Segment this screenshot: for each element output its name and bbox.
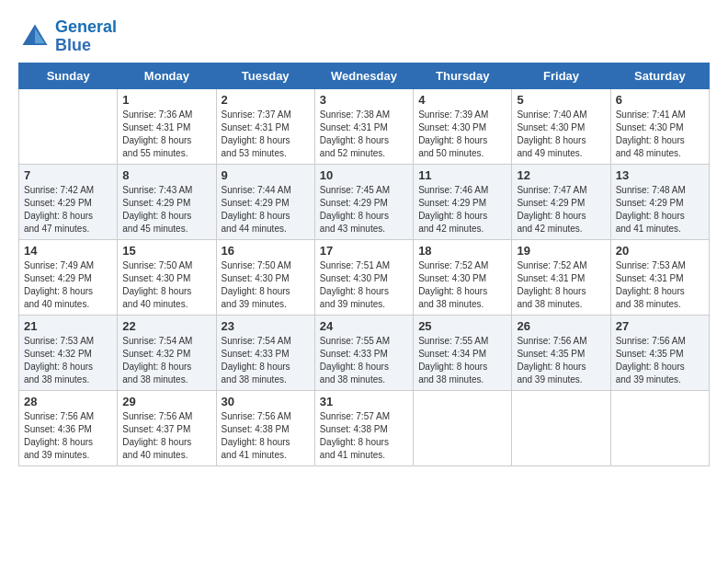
- day-header-saturday: Saturday: [610, 63, 709, 88]
- calendar-cell: 6Sunrise: 7:41 AM Sunset: 4:30 PM Daylig…: [610, 88, 709, 164]
- day-info: Sunrise: 7:46 AM Sunset: 4:29 PM Dayligh…: [418, 184, 506, 236]
- calendar-cell: [19, 88, 118, 164]
- day-info: Sunrise: 7:36 AM Sunset: 4:31 PM Dayligh…: [122, 109, 210, 160]
- calendar-cell: [414, 390, 512, 465]
- calendar-cell: 11Sunrise: 7:46 AM Sunset: 4:29 PM Dayli…: [414, 164, 512, 239]
- calendar-header: SundayMondayTuesdayWednesdayThursdayFrid…: [19, 63, 710, 88]
- day-number: 8: [122, 168, 210, 182]
- day-info: Sunrise: 7:51 AM Sunset: 4:30 PM Dayligh…: [320, 259, 408, 311]
- day-info: Sunrise: 7:39 AM Sunset: 4:30 PM Dayligh…: [418, 109, 506, 160]
- day-info: Sunrise: 7:50 AM Sunset: 4:30 PM Dayligh…: [222, 259, 310, 311]
- day-number: 26: [517, 319, 605, 333]
- day-number: 30: [222, 395, 310, 408]
- calendar-cell: 10Sunrise: 7:45 AM Sunset: 4:29 PM Dayli…: [314, 164, 413, 239]
- calendar-cell: 19Sunrise: 7:52 AM Sunset: 4:31 PM Dayli…: [512, 239, 610, 315]
- calendar-cell: 16Sunrise: 7:50 AM Sunset: 4:30 PM Dayli…: [216, 239, 314, 315]
- calendar-cell: 9Sunrise: 7:44 AM Sunset: 4:29 PM Daylig…: [216, 164, 314, 239]
- day-info: Sunrise: 7:56 AM Sunset: 4:35 PM Dayligh…: [616, 335, 704, 386]
- day-header-sunday: Sunday: [19, 63, 118, 88]
- calendar-week-row: 1Sunrise: 7:36 AM Sunset: 4:31 PM Daylig…: [19, 88, 710, 164]
- day-number: 14: [24, 244, 112, 258]
- calendar-cell: 5Sunrise: 7:40 AM Sunset: 4:30 PM Daylig…: [512, 88, 610, 164]
- calendar-cell: 28Sunrise: 7:56 AM Sunset: 4:36 PM Dayli…: [19, 390, 118, 465]
- day-info: Sunrise: 7:37 AM Sunset: 4:31 PM Dayligh…: [222, 109, 310, 160]
- day-info: Sunrise: 7:52 AM Sunset: 4:31 PM Dayligh…: [517, 259, 605, 311]
- day-info: Sunrise: 7:40 AM Sunset: 4:30 PM Dayligh…: [517, 109, 605, 160]
- day-info: Sunrise: 7:38 AM Sunset: 4:31 PM Dayligh…: [320, 109, 408, 160]
- day-info: Sunrise: 7:53 AM Sunset: 4:31 PM Dayligh…: [616, 259, 704, 311]
- day-number: 21: [24, 319, 112, 333]
- day-header-tuesday: Tuesday: [216, 63, 314, 88]
- day-info: Sunrise: 7:49 AM Sunset: 4:29 PM Dayligh…: [24, 259, 112, 311]
- day-number: 6: [616, 93, 704, 107]
- calendar-cell: 29Sunrise: 7:56 AM Sunset: 4:37 PM Dayli…: [118, 390, 216, 465]
- day-info: Sunrise: 7:50 AM Sunset: 4:30 PM Dayligh…: [122, 259, 210, 311]
- calendar-cell: 3Sunrise: 7:38 AM Sunset: 4:31 PM Daylig…: [314, 88, 413, 164]
- day-number: 16: [222, 244, 310, 258]
- day-number: 20: [616, 244, 704, 258]
- calendar-cell: 20Sunrise: 7:53 AM Sunset: 4:31 PM Dayli…: [610, 239, 709, 315]
- calendar-cell: 13Sunrise: 7:48 AM Sunset: 4:29 PM Dayli…: [610, 164, 709, 239]
- calendar-week-row: 28Sunrise: 7:56 AM Sunset: 4:36 PM Dayli…: [19, 390, 710, 465]
- day-number: 28: [24, 395, 112, 408]
- calendar-cell: [610, 390, 709, 465]
- calendar-cell: 14Sunrise: 7:49 AM Sunset: 4:29 PM Dayli…: [19, 239, 118, 315]
- calendar-cell: 27Sunrise: 7:56 AM Sunset: 4:35 PM Dayli…: [610, 315, 709, 390]
- day-header-friday: Friday: [512, 63, 610, 88]
- calendar-week-row: 7Sunrise: 7:42 AM Sunset: 4:29 PM Daylig…: [19, 164, 710, 239]
- day-number: 9: [222, 168, 310, 182]
- calendar-cell: 1Sunrise: 7:36 AM Sunset: 4:31 PM Daylig…: [118, 88, 216, 164]
- day-info: Sunrise: 7:45 AM Sunset: 4:29 PM Dayligh…: [320, 184, 408, 236]
- logo-text: General Blue: [55, 18, 117, 55]
- day-info: Sunrise: 7:52 AM Sunset: 4:30 PM Dayligh…: [418, 259, 506, 311]
- day-info: Sunrise: 7:54 AM Sunset: 4:33 PM Dayligh…: [222, 335, 310, 386]
- calendar-cell: [512, 390, 610, 465]
- day-number: 17: [320, 244, 408, 258]
- day-info: Sunrise: 7:56 AM Sunset: 4:37 PM Dayligh…: [122, 410, 210, 462]
- day-number: 23: [222, 319, 310, 333]
- day-info: Sunrise: 7:56 AM Sunset: 4:36 PM Dayligh…: [24, 410, 112, 462]
- day-number: 13: [616, 168, 704, 182]
- calendar-cell: 15Sunrise: 7:50 AM Sunset: 4:30 PM Dayli…: [118, 239, 216, 315]
- calendar-cell: 7Sunrise: 7:42 AM Sunset: 4:29 PM Daylig…: [19, 164, 118, 239]
- day-number: 12: [517, 168, 605, 182]
- calendar-cell: 12Sunrise: 7:47 AM Sunset: 4:29 PM Dayli…: [512, 164, 610, 239]
- day-number: 15: [122, 244, 210, 258]
- day-number: 31: [320, 395, 408, 408]
- day-info: Sunrise: 7:53 AM Sunset: 4:32 PM Dayligh…: [24, 335, 112, 386]
- logo: General Blue: [18, 18, 117, 55]
- logo-icon: [18, 20, 51, 53]
- day-info: Sunrise: 7:47 AM Sunset: 4:29 PM Dayligh…: [517, 184, 605, 236]
- day-number: 11: [418, 168, 506, 182]
- day-header-thursday: Thursday: [414, 63, 512, 88]
- day-number: 19: [517, 244, 605, 258]
- calendar-cell: 26Sunrise: 7:56 AM Sunset: 4:35 PM Dayli…: [512, 315, 610, 390]
- day-number: 25: [418, 319, 506, 333]
- day-info: Sunrise: 7:42 AM Sunset: 4:29 PM Dayligh…: [24, 184, 112, 236]
- day-number: 7: [24, 168, 112, 182]
- day-number: 24: [320, 319, 408, 333]
- day-info: Sunrise: 7:41 AM Sunset: 4:30 PM Dayligh…: [616, 109, 704, 160]
- calendar-cell: 25Sunrise: 7:55 AM Sunset: 4:34 PM Dayli…: [414, 315, 512, 390]
- day-header-wednesday: Wednesday: [314, 63, 413, 88]
- page-header: General Blue: [18, 18, 710, 55]
- day-number: 2: [222, 93, 310, 107]
- day-number: 29: [122, 395, 210, 408]
- calendar-cell: 17Sunrise: 7:51 AM Sunset: 4:30 PM Dayli…: [314, 239, 413, 315]
- calendar-cell: 31Sunrise: 7:57 AM Sunset: 4:38 PM Dayli…: [314, 390, 413, 465]
- day-number: 4: [418, 93, 506, 107]
- day-info: Sunrise: 7:56 AM Sunset: 4:35 PM Dayligh…: [517, 335, 605, 386]
- day-info: Sunrise: 7:55 AM Sunset: 4:34 PM Dayligh…: [418, 335, 506, 386]
- calendar-cell: 21Sunrise: 7:53 AM Sunset: 4:32 PM Dayli…: [19, 315, 118, 390]
- day-number: 1: [122, 93, 210, 107]
- calendar-cell: 2Sunrise: 7:37 AM Sunset: 4:31 PM Daylig…: [216, 88, 314, 164]
- day-number: 5: [517, 93, 605, 107]
- calendar-cell: 8Sunrise: 7:43 AM Sunset: 4:29 PM Daylig…: [118, 164, 216, 239]
- calendar-cell: 4Sunrise: 7:39 AM Sunset: 4:30 PM Daylig…: [414, 88, 512, 164]
- day-number: 18: [418, 244, 506, 258]
- calendar-cell: 23Sunrise: 7:54 AM Sunset: 4:33 PM Dayli…: [216, 315, 314, 390]
- day-number: 22: [122, 319, 210, 333]
- calendar-cell: 18Sunrise: 7:52 AM Sunset: 4:30 PM Dayli…: [414, 239, 512, 315]
- day-info: Sunrise: 7:56 AM Sunset: 4:38 PM Dayligh…: [222, 410, 310, 462]
- day-number: 27: [616, 319, 704, 333]
